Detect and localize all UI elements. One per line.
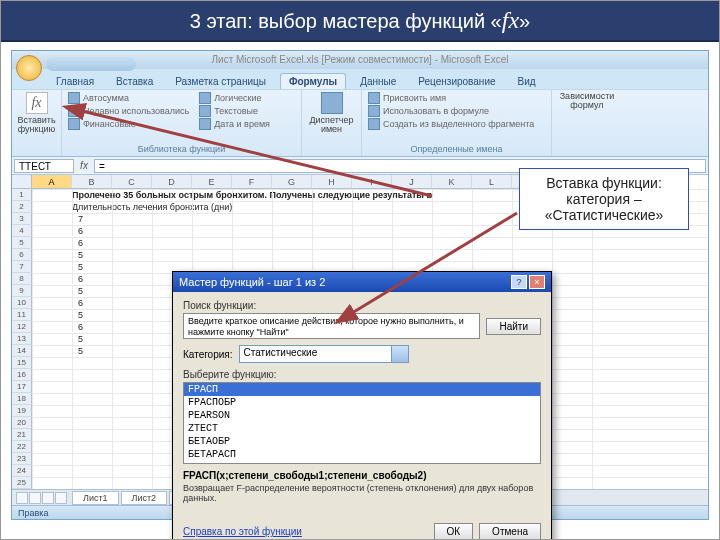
ok-button[interactable]: ОК xyxy=(434,523,474,540)
name-manager-button[interactable]: Диспетчер имен xyxy=(308,92,355,134)
row-header[interactable]: 3 xyxy=(12,213,32,225)
name-box[interactable]: ТТЕСТ xyxy=(14,159,74,173)
use-in-formula-button[interactable]: Использовать в формуле xyxy=(368,105,545,117)
function-list-item[interactable]: БЕТАРАСП xyxy=(184,448,540,461)
row-header[interactable]: 14 xyxy=(12,345,32,357)
function-listbox[interactable]: FРАСПFРАСПОБРPEARSONZТЕСТБЕТАОБРБЕТАРАСП… xyxy=(183,382,541,464)
tab-view[interactable]: Вид xyxy=(510,74,544,89)
function-list-item[interactable]: FРАСПОБР xyxy=(184,396,540,409)
col-header[interactable]: B xyxy=(72,175,112,189)
row-header[interactable]: 12 xyxy=(12,321,32,333)
recent-button[interactable]: Недавно использовались xyxy=(68,105,189,117)
row-header[interactable]: 17 xyxy=(12,381,32,393)
cancel-button[interactable]: Отмена xyxy=(479,523,541,540)
row-header[interactable]: 6 xyxy=(12,249,32,261)
row-header[interactable]: 15 xyxy=(12,357,32,369)
create-from-button[interactable]: Создать из выделенного фрагмента xyxy=(368,118,545,130)
row-header[interactable]: 11 xyxy=(12,309,32,321)
dependencies-button[interactable]: Зависимости формул xyxy=(558,92,616,110)
cell-value: 6 xyxy=(78,238,83,248)
col-header[interactable]: E xyxy=(192,175,232,189)
tab-layout[interactable]: Разметка страницы xyxy=(167,74,274,89)
row-header[interactable]: 22 xyxy=(12,441,32,453)
function-list-item[interactable]: PEARSON xyxy=(184,409,540,422)
function-list-item[interactable]: ZТЕСТ xyxy=(184,422,540,435)
col-header[interactable]: H xyxy=(312,175,352,189)
fx-small-icon xyxy=(368,105,380,117)
text-button[interactable]: Текстовые xyxy=(199,105,270,117)
financial-button[interactable]: Финансовые xyxy=(68,118,189,130)
fx-button[interactable]: fx xyxy=(76,160,92,171)
col-header[interactable]: D xyxy=(152,175,192,189)
function-list-item[interactable]: FРАСП xyxy=(184,383,540,396)
dialog-close-button[interactable]: × xyxy=(529,275,545,289)
row-header[interactable]: 23 xyxy=(12,453,32,465)
select-all-corner[interactable] xyxy=(12,175,32,189)
tab-review[interactable]: Рецензирование xyxy=(410,74,503,89)
name-mgr-icon xyxy=(321,92,343,114)
tab-insert[interactable]: Вставка xyxy=(108,74,161,89)
text-icon xyxy=(199,105,211,117)
row-header[interactable]: 5 xyxy=(12,237,32,249)
sheet-tab-1[interactable]: Лист1 xyxy=(72,491,119,505)
sheet-nav-next[interactable] xyxy=(42,492,54,504)
function-list-item[interactable]: БЕТАОБР xyxy=(184,435,540,448)
search-label: Поиск функции: xyxy=(183,300,541,311)
cell-value: 6 xyxy=(78,226,83,236)
ribbon-tabs: Главная Вставка Разметка страницы Формул… xyxy=(12,69,708,89)
col-header[interactable]: J xyxy=(392,175,432,189)
row-header[interactable]: 2 xyxy=(12,201,32,213)
tab-data[interactable]: Данные xyxy=(352,74,404,89)
assign-name-button[interactable]: Присвоить имя xyxy=(368,92,545,104)
row-header[interactable]: 25 xyxy=(12,477,32,489)
row-header[interactable]: 21 xyxy=(12,429,32,441)
row-header[interactable]: 19 xyxy=(12,405,32,417)
row-header[interactable]: 13 xyxy=(12,333,32,345)
find-button[interactable]: Найти xyxy=(486,318,541,335)
col-header[interactable]: C xyxy=(112,175,152,189)
logical-button[interactable]: Логические xyxy=(199,92,270,104)
office-button[interactable] xyxy=(16,55,42,81)
row-header[interactable]: 8 xyxy=(12,273,32,285)
sheet-nav-prev[interactable] xyxy=(29,492,41,504)
slide-title: 3 этап: выбор мастера функций «fx» xyxy=(1,1,719,42)
dialog-help-button[interactable]: ? xyxy=(511,275,527,289)
insert-function-button[interactable]: fx Вставить функцию xyxy=(18,92,55,134)
function-list-item[interactable]: БИНОМРАСП xyxy=(184,461,540,464)
col-header[interactable]: K xyxy=(432,175,472,189)
row-header[interactable]: 4 xyxy=(12,225,32,237)
dialog-titlebar[interactable]: Мастер функций - шаг 1 из 2 ? × xyxy=(173,272,551,292)
row-header[interactable]: 18 xyxy=(12,393,32,405)
sheet-nav-first[interactable] xyxy=(16,492,28,504)
row-header[interactable]: 9 xyxy=(12,285,32,297)
col-header[interactable]: I xyxy=(352,175,392,189)
col-header[interactable]: L xyxy=(472,175,512,189)
col-header[interactable]: G xyxy=(272,175,312,189)
row-header[interactable]: 16 xyxy=(12,369,32,381)
col-header[interactable]: F xyxy=(232,175,272,189)
row-header[interactable]: 1 xyxy=(12,189,32,201)
category-select[interactable]: Статистические xyxy=(239,345,409,363)
row-header[interactable]: 20 xyxy=(12,417,32,429)
search-input[interactable]: Введите краткое описание действия, котор… xyxy=(183,313,480,339)
cell-value: Пролечено 35 больных острым бронхитом. П… xyxy=(72,190,432,200)
selection-icon xyxy=(368,118,380,130)
tab-home[interactable]: Главная xyxy=(48,74,102,89)
callout-line1: Вставка функции: xyxy=(528,175,680,191)
sheet-tab-2[interactable]: Лист2 xyxy=(121,491,168,505)
recent-icon xyxy=(68,105,80,117)
row-header[interactable]: 10 xyxy=(12,297,32,309)
callout-box: Вставка функции: категория – «Статистиче… xyxy=(519,168,689,230)
tab-formulas[interactable]: Формулы xyxy=(280,73,346,89)
datetime-button[interactable]: Дата и время xyxy=(199,118,270,130)
row-header[interactable]: 7 xyxy=(12,261,32,273)
autosum-button[interactable]: Автосумма xyxy=(68,92,189,104)
col-header[interactable]: A xyxy=(32,175,72,189)
quick-access-toolbar[interactable] xyxy=(46,57,136,71)
slide-title-prefix: 3 этап: выбор мастера функций « xyxy=(190,10,502,32)
help-link[interactable]: Справка по этой функции xyxy=(183,526,302,537)
cell-value: 6 xyxy=(78,322,83,332)
cell-value: 5 xyxy=(78,250,83,260)
sheet-nav-last[interactable] xyxy=(55,492,67,504)
row-header[interactable]: 24 xyxy=(12,465,32,477)
